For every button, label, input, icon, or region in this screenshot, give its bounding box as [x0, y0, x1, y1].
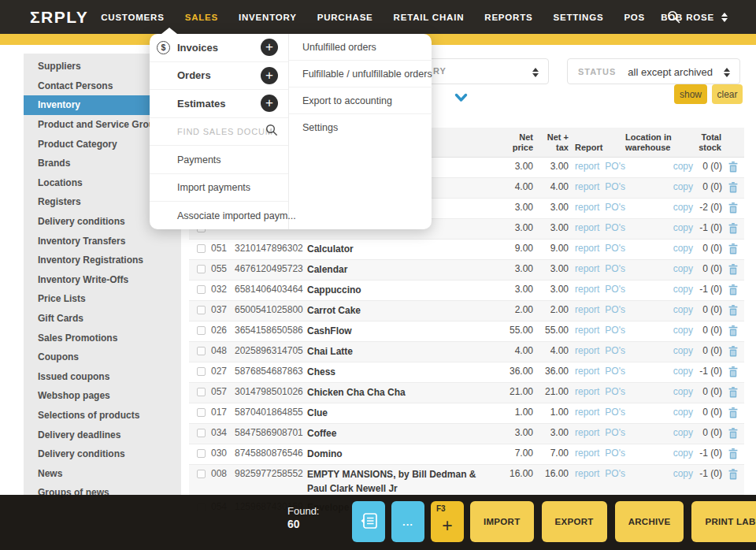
pos-link[interactable]: PO's — [605, 345, 625, 356]
copy-link[interactable]: copy — [673, 468, 693, 479]
nav-item-sales[interactable]: SALES — [185, 13, 218, 22]
add-new-plus-icon[interactable]: + — [261, 67, 278, 84]
delete-row-trash-icon[interactable] — [722, 403, 744, 422]
delete-row-trash-icon[interactable] — [722, 444, 744, 463]
erply-logo[interactable]: ΣRPLY — [30, 8, 88, 27]
report-link[interactable]: report — [575, 345, 599, 356]
copy-link[interactable]: copy — [673, 181, 693, 192]
sidebar-item-news[interactable]: News — [24, 463, 181, 483]
sidebar-item-inventory-write-offs[interactable]: Inventory Write-Offs — [24, 270, 181, 290]
sales-menu-item-import-payments[interactable]: Import payments — [150, 174, 288, 203]
sales-menu-item-payments[interactable]: Payments — [150, 146, 288, 174]
sidebar-item-coupons[interactable]: Coupons — [24, 347, 181, 367]
search-icon[interactable] — [265, 124, 278, 139]
delete-row-trash-icon[interactable] — [722, 178, 744, 196]
copy-link[interactable]: copy — [673, 263, 693, 274]
row-checkbox[interactable] — [197, 306, 206, 314]
report-link[interactable]: report — [575, 448, 599, 459]
row-checkbox[interactable] — [197, 470, 206, 478]
pos-link[interactable]: PO's — [605, 161, 625, 172]
product-name[interactable]: Chai Latte — [307, 342, 498, 360]
delete-row-trash-icon[interactable] — [722, 424, 744, 442]
row-checkbox[interactable] — [197, 265, 206, 273]
report-link[interactable]: report — [575, 407, 599, 418]
delete-row-trash-icon[interactable] — [722, 158, 744, 176]
sidebar-item-delivery-deadlines[interactable]: Delivery deadlines — [24, 425, 181, 444]
product-name[interactable]: Cappuccino — [307, 281, 498, 299]
report-link[interactable]: report — [575, 386, 599, 397]
sidebar-item-webshop-pages[interactable]: Webshop pages — [24, 386, 181, 406]
copy-link[interactable]: copy — [673, 427, 693, 438]
nav-item-retail-chain[interactable]: RETAIL CHAIN — [394, 13, 465, 22]
sales-menu-item-estimates[interactable]: Estimates+ — [150, 90, 288, 118]
show-button[interactable]: show — [674, 84, 707, 104]
status-select[interactable]: STATUS all except archived — [567, 58, 740, 84]
sidebar-item-delivery-conditions[interactable]: Delivery conditions — [24, 444, 181, 464]
delete-row-trash-icon[interactable] — [722, 199, 744, 217]
report-link[interactable]: report — [575, 263, 599, 274]
report-link[interactable]: report — [575, 161, 599, 172]
row-checkbox[interactable] — [197, 449, 206, 458]
copy-link[interactable]: copy — [673, 202, 693, 213]
pos-link[interactable]: PO's — [605, 202, 625, 213]
nav-item-inventory[interactable]: INVENTORY — [239, 13, 297, 22]
copy-link[interactable]: copy — [673, 386, 693, 397]
more-actions-button[interactable]: ... — [391, 501, 424, 542]
row-checkbox[interactable] — [197, 408, 206, 417]
report-link[interactable]: report — [575, 202, 599, 213]
report-link[interactable]: report — [575, 468, 599, 479]
row-checkbox[interactable] — [197, 285, 206, 294]
view-options-button[interactable] — [352, 501, 385, 542]
report-link[interactable]: report — [575, 181, 599, 192]
product-name[interactable]: Clue — [307, 403, 498, 422]
report-link[interactable]: report — [575, 222, 599, 233]
pos-link[interactable]: PO's — [605, 427, 625, 438]
report-link[interactable]: report — [575, 304, 599, 315]
clear-button[interactable]: clear — [712, 84, 743, 104]
pos-link[interactable]: PO's — [605, 325, 625, 336]
copy-link[interactable]: copy — [673, 304, 693, 315]
new-product-button[interactable]: F3 + — [431, 501, 464, 542]
pos-link[interactable]: PO's — [605, 448, 625, 459]
sales-menu-item-associate-imported-paym-[interactable]: Associate imported paym... — [150, 202, 288, 229]
delete-row-trash-icon[interactable] — [722, 362, 744, 381]
row-checkbox[interactable] — [197, 367, 206, 376]
pos-link[interactable]: PO's — [605, 263, 625, 274]
pos-link[interactable]: PO's — [605, 366, 625, 377]
report-link[interactable]: report — [575, 325, 599, 336]
row-checkbox[interactable] — [197, 388, 206, 396]
report-link[interactable]: report — [575, 243, 599, 254]
copy-link[interactable]: copy — [673, 366, 693, 377]
archive-button[interactable]: ARCHIVE — [615, 501, 684, 542]
pos-link[interactable]: PO's — [605, 243, 625, 254]
pos-link[interactable]: PO's — [605, 304, 625, 315]
sidebar-item-inventory-registrations[interactable]: Inventory Registrations — [24, 251, 181, 270]
nav-item-settings[interactable]: SETTINGS — [553, 13, 603, 22]
pos-link[interactable]: PO's — [605, 407, 625, 418]
sales-menu-item-invoices[interactable]: $Invoices+ — [150, 34, 288, 62]
add-new-plus-icon[interactable]: + — [261, 39, 278, 56]
sidebar-item-price-lists[interactable]: Price Lists — [24, 289, 181, 309]
copy-link[interactable]: copy — [673, 243, 693, 254]
row-checkbox[interactable] — [197, 347, 206, 355]
pos-link[interactable]: PO's — [605, 222, 625, 233]
product-name[interactable]: EMPTY MANSIONS, by Bill Dedman & Paul Cl… — [307, 465, 498, 497]
delete-row-trash-icon[interactable] — [722, 342, 744, 360]
product-name[interactable]: CashFlow — [307, 321, 498, 340]
nav-item-reports[interactable]: REPORTS — [484, 13, 532, 22]
sales-menu-item-settings[interactable]: Settings — [289, 114, 432, 141]
delete-row-trash-icon[interactable] — [722, 383, 744, 401]
delete-row-trash-icon[interactable] — [722, 301, 744, 319]
add-new-plus-icon[interactable]: + — [261, 95, 278, 112]
sales-menu-find-input[interactable]: FIND SALES DOCUM — [150, 118, 288, 147]
nav-item-pos[interactable]: POS — [624, 13, 645, 22]
row-checkbox[interactable] — [197, 326, 206, 335]
import-button[interactable]: IMPORT — [470, 501, 534, 542]
export-button[interactable]: EXPORT — [542, 501, 607, 542]
pos-link[interactable]: PO's — [605, 284, 625, 295]
copy-link[interactable]: copy — [673, 407, 693, 418]
product-name[interactable]: Calendar — [307, 260, 498, 278]
pos-link[interactable]: PO's — [605, 386, 625, 397]
copy-link[interactable]: copy — [673, 284, 693, 295]
product-name[interactable]: Calculator — [307, 240, 498, 258]
